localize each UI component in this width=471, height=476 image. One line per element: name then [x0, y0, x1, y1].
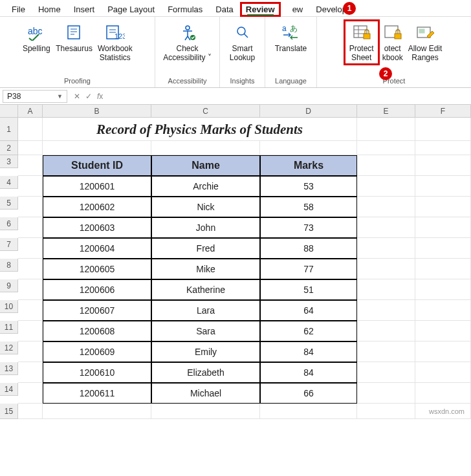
table-cell[interactable]: 1200606: [43, 279, 151, 300]
row-header-15[interactable]: 15: [0, 404, 18, 419]
check-accessibility-button[interactable]: Check Accessibility ˅: [160, 19, 214, 63]
table-cell[interactable]: Mike: [151, 259, 260, 279]
cell-A7[interactable]: [18, 238, 43, 259]
cell-E5[interactable]: [357, 197, 415, 217]
cell-empty[interactable]: [357, 404, 415, 419]
cell-F9[interactable]: [415, 279, 471, 300]
cell-A11[interactable]: [18, 321, 43, 341]
cell-F5[interactable]: [415, 197, 471, 217]
row-header-12[interactable]: 12: [0, 341, 18, 354]
tab-insert[interactable]: Insert: [67, 2, 102, 17]
table-cell[interactable]: Katherine: [151, 279, 260, 300]
col-header-F[interactable]: F: [415, 105, 471, 118]
cell-F12[interactable]: [415, 341, 471, 362]
title-cell[interactable]: Record of Physics Marks of Students: [43, 118, 357, 141]
tab-file[interactable]: File: [5, 2, 32, 17]
cell-F8[interactable]: [415, 259, 471, 279]
cell-empty[interactable]: [43, 404, 151, 419]
tab-data[interactable]: Data: [209, 2, 239, 17]
cell-A2[interactable]: [18, 141, 43, 155]
select-all-corner[interactable]: [0, 105, 18, 118]
cell-A14[interactable]: [18, 383, 43, 404]
row-header-2[interactable]: 2: [0, 141, 18, 155]
table-cell[interactable]: 84: [260, 341, 357, 362]
table-cell[interactable]: 88: [260, 238, 357, 259]
cell-F1[interactable]: [415, 118, 471, 141]
cell-E1[interactable]: [357, 118, 415, 141]
cell-F3[interactable]: [415, 155, 471, 176]
protect-workbook-button[interactable]: otect kbook: [380, 19, 406, 63]
row-header-6[interactable]: 6: [0, 217, 18, 230]
cell-A10[interactable]: [18, 300, 43, 321]
row-header-9[interactable]: 9: [0, 279, 18, 292]
name-box[interactable]: P38 ▼: [3, 90, 67, 103]
col-header-A[interactable]: A: [18, 105, 43, 118]
cell-A8[interactable]: [18, 259, 43, 279]
cell-A9[interactable]: [18, 279, 43, 300]
cell-A5[interactable]: [18, 197, 43, 217]
table-cell[interactable]: 73: [260, 217, 357, 238]
table-cell[interactable]: Nick: [151, 197, 260, 217]
row-header-5[interactable]: 5: [0, 197, 18, 210]
table-cell[interactable]: 64: [260, 300, 357, 321]
table-cell[interactable]: 1200611: [43, 383, 151, 404]
row-header-8[interactable]: 8: [0, 259, 18, 272]
cell-E11[interactable]: [357, 321, 415, 341]
table-cell[interactable]: 1200601: [43, 176, 151, 197]
table-cell[interactable]: Emily: [151, 341, 260, 362]
row-header-11[interactable]: 11: [0, 321, 18, 334]
cell-F7[interactable]: [415, 238, 471, 259]
cell-E7[interactable]: [357, 238, 415, 259]
row-header-7[interactable]: 7: [0, 238, 18, 251]
fx-icon[interactable]: fx: [97, 92, 103, 101]
cell-E10[interactable]: [357, 300, 415, 321]
cell-E8[interactable]: [357, 259, 415, 279]
allow-edit-ranges-button[interactable]: Allow Edit Ranges: [406, 19, 445, 63]
tab-page-layout[interactable]: Page Layout: [101, 2, 161, 17]
cell-A3[interactable]: [18, 155, 43, 176]
table-cell[interactable]: 1200610: [43, 362, 151, 383]
formula-input[interactable]: [103, 95, 471, 98]
cell-E14[interactable]: [357, 383, 415, 404]
cell-E9[interactable]: [357, 279, 415, 300]
table-cell[interactable]: Fred: [151, 238, 260, 259]
table-cell[interactable]: Elizabeth: [151, 362, 260, 383]
cell-A4[interactable]: [18, 176, 43, 197]
col-header-B[interactable]: B: [43, 105, 151, 118]
workbook-statistics-button[interactable]: 123 Workbook Statistics: [95, 19, 135, 63]
col-header-E[interactable]: E: [357, 105, 415, 118]
cell-F6[interactable]: [415, 217, 471, 238]
row-header-14[interactable]: 14: [0, 383, 18, 396]
protect-sheet-button[interactable]: Protect Sheet: [344, 19, 380, 65]
table-cell[interactable]: 1200602: [43, 197, 151, 217]
cell-E4[interactable]: [357, 176, 415, 197]
cell-empty[interactable]: [18, 404, 43, 419]
tab-formulas[interactable]: Formulas: [161, 2, 209, 17]
cell-F14[interactable]: [415, 383, 471, 404]
cell-empty[interactable]: [151, 404, 260, 419]
cell-A13[interactable]: [18, 362, 43, 383]
cell-F11[interactable]: [415, 321, 471, 341]
table-cell[interactable]: 62: [260, 321, 357, 341]
table-header-name[interactable]: Name: [151, 155, 260, 176]
spelling-button[interactable]: abc Spelling: [19, 19, 53, 54]
tab-review[interactable]: Review: [240, 2, 281, 17]
cell-E13[interactable]: [357, 362, 415, 383]
table-cell[interactable]: 58: [260, 197, 357, 217]
cell-F4[interactable]: [415, 176, 471, 197]
table-cell[interactable]: John: [151, 217, 260, 238]
thesaurus-button[interactable]: Thesaurus: [53, 19, 95, 54]
cell-E6[interactable]: [357, 217, 415, 238]
tab-home[interactable]: Home: [32, 2, 67, 17]
row-header-10[interactable]: 10: [0, 300, 18, 313]
cell-empty[interactable]: [260, 404, 357, 419]
table-header-id[interactable]: Student ID: [43, 155, 151, 176]
col-header-C[interactable]: C: [151, 105, 260, 118]
table-cell[interactable]: 77: [260, 259, 357, 279]
table-cell[interactable]: 53: [260, 176, 357, 197]
cell-F10[interactable]: [415, 300, 471, 321]
cell-E3[interactable]: [357, 155, 415, 176]
cell-D2[interactable]: [260, 141, 357, 155]
table-header-marks[interactable]: Marks: [260, 155, 357, 176]
table-cell[interactable]: 1200608: [43, 321, 151, 341]
